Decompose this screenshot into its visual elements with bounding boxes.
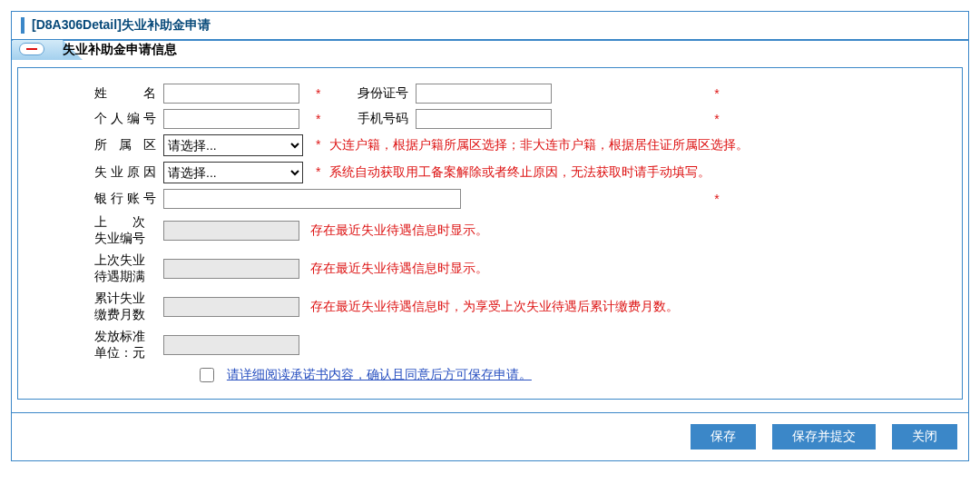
- required-star: *: [310, 164, 326, 179]
- last-expire-hint: 存在最近失业待遇信息时显示。: [310, 261, 488, 275]
- agreement-checkbox[interactable]: [200, 368, 214, 382]
- label-pay-std-l2: 单位：元: [94, 345, 145, 360]
- name-input[interactable]: [163, 84, 299, 104]
- agreement-link[interactable]: 请详细阅读承诺书内容，确认且同意后方可保存申请。: [227, 367, 532, 381]
- required-star: *: [310, 137, 326, 152]
- action-bar: 保存 保存并提交 关闭: [11, 413, 969, 461]
- required-star: *: [709, 112, 724, 126]
- label-bank-account: 银行账号: [94, 191, 156, 207]
- reason-hint: 系统自动获取用工备案解除或者终止原因，无法获取时请手动填写。: [329, 164, 710, 179]
- close-button[interactable]: 关闭: [892, 424, 957, 450]
- page-title: [D8A306Detail]失业补助金申请: [32, 17, 211, 34]
- personal-no-input[interactable]: [163, 109, 299, 129]
- form-table: 姓 名 * 身份证号 * 个人编号 * 手机号码 * 所 属 区: [91, 81, 752, 386]
- required-star: *: [310, 86, 326, 101]
- minus-icon: [26, 48, 37, 50]
- label-id-number: 身份证号: [358, 85, 408, 100]
- section-header: 失业补助金申请信息: [12, 40, 968, 62]
- district-hint: 大连户籍，根据户籍所属区选择；非大连市户籍，根据居住证所属区选择。: [329, 137, 749, 152]
- acc-months-hint: 存在最近失业待遇信息时，为享受上次失业待遇后累计缴费月数。: [310, 299, 679, 313]
- label-last-unemp-no-l1: 上 次: [94, 214, 145, 229]
- required-star: *: [709, 192, 724, 206]
- acc-months-field: [163, 297, 299, 317]
- required-star: *: [709, 86, 724, 101]
- phone-input[interactable]: [416, 109, 552, 129]
- label-district: 所 属 区: [94, 137, 156, 153]
- section-title: 失业补助金申请信息: [59, 42, 181, 58]
- last-expire-field: [163, 259, 299, 279]
- label-personal-no: 个人编号: [94, 111, 156, 127]
- label-last-expire-l2: 待遇期满: [94, 269, 145, 283]
- label-phone: 手机号码: [358, 111, 408, 125]
- unemployment-reason-select[interactable]: 请选择...: [163, 162, 303, 183]
- label-name: 姓 名: [94, 85, 156, 102]
- district-select[interactable]: 请选择...: [163, 134, 303, 156]
- last-unemp-no-field: [163, 221, 299, 241]
- label-last-unemp-no-l2: 失业编号: [94, 231, 145, 245]
- page-panel: [D8A306Detail]失业补助金申请: [11, 11, 969, 41]
- required-star: *: [310, 112, 326, 126]
- label-acc-months-l1: 累计失业: [94, 291, 145, 305]
- label-unemployment-reason: 失业原因: [94, 164, 156, 181]
- label-acc-months-l2: 缴费月数: [94, 307, 145, 321]
- label-last-expire-l1: 上次失业: [94, 252, 145, 267]
- collapse-toggle[interactable]: [19, 43, 44, 55]
- label-pay-std-l1: 发放标准: [94, 329, 145, 343]
- save-submit-button[interactable]: 保存并提交: [772, 424, 876, 450]
- last-unemp-no-hint: 存在最近失业待遇信息时显示。: [310, 222, 488, 237]
- title-bar-icon: [21, 17, 24, 34]
- save-button[interactable]: 保存: [691, 424, 756, 450]
- title-bar: [D8A306Detail]失业补助金申请: [12, 12, 968, 40]
- id-number-input[interactable]: [416, 84, 552, 104]
- form-section: 失业补助金申请信息 姓 名 * 身份证号 * 个人编号 * 手机号码 *: [11, 40, 969, 413]
- form-container: 姓 名 * 身份证号 * 个人编号 * 手机号码 * 所 属 区: [17, 67, 963, 400]
- bank-account-input[interactable]: [163, 189, 461, 209]
- pay-std-field: [163, 335, 299, 355]
